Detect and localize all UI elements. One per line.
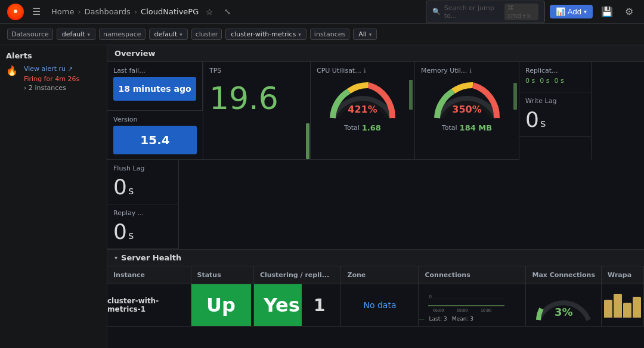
connections-last: Last: 3 xyxy=(429,316,447,322)
memory-total-value: 184 MB xyxy=(460,123,493,132)
instances-value: All xyxy=(358,30,367,38)
instance-name: cluster-with-metrics-1 xyxy=(107,297,159,313)
overview-section-header: Overview xyxy=(107,45,644,62)
dashboard-content: Overview Last fail... 18 minutes ago Ver… xyxy=(107,45,644,348)
svg-text:0: 0 xyxy=(429,294,432,299)
col-clustering: Clustering / repli... xyxy=(253,266,341,284)
replay-lag-card: Replay ... 0 s xyxy=(107,204,179,249)
cpu-info-icon[interactable]: ℹ xyxy=(364,67,366,74)
wraparound-bars xyxy=(602,290,643,320)
cluster-label: cluster xyxy=(191,29,222,40)
memory-total: Total 184 MB xyxy=(442,123,492,132)
breadcrumb: Home › Dashboards › CloudNativePG ☆ ⤡ xyxy=(51,6,421,18)
cpu-card: CPU Utilisat... ℹ 421% xyxy=(311,62,415,160)
wrap-bar-4 xyxy=(633,297,641,318)
write-lag-card: Write Lag 0 s xyxy=(519,92,591,137)
add-chevron-icon: ▾ xyxy=(584,8,587,15)
wrap-bar-3 xyxy=(623,303,631,318)
breadcrumb-dashboards[interactable]: Dashboards xyxy=(85,7,131,16)
svg-point-1 xyxy=(14,10,17,13)
svg-text:08:00: 08:00 xyxy=(457,308,467,313)
col-status: Status xyxy=(191,266,253,284)
last-fail-card: Last fail... 18 minutes ago xyxy=(107,62,203,111)
add-button[interactable]: 📊 Add ▾ xyxy=(550,5,593,18)
last-fail-value: 18 minutes ago xyxy=(113,77,196,101)
instances-chevron-icon: ▾ xyxy=(369,32,372,38)
wraparound-cell xyxy=(602,284,644,327)
zone-cell: No data xyxy=(341,284,419,327)
max-connections-gauge: 3% xyxy=(534,287,593,323)
memory-title: Memory Util... ℹ xyxy=(421,67,513,74)
status-cell: Up xyxy=(191,284,253,327)
filterbar: Datasource default ▾ namespace default ▾… xyxy=(0,24,644,45)
datasource-select[interactable]: default ▾ xyxy=(57,29,95,40)
last-fail-title: Last fail... xyxy=(113,67,196,74)
tps-value: 19.6 xyxy=(209,77,278,120)
cluster-select[interactable]: cluster-with-metrics ▾ xyxy=(225,29,306,40)
share-button[interactable]: ⤡ xyxy=(221,6,234,17)
cpu-title: CPU Utilisat... ℹ xyxy=(317,67,408,74)
cpu-total-value: 1.68 xyxy=(362,123,381,132)
hamburger-button[interactable]: ☰ xyxy=(29,5,44,18)
col-max-connections: Max Connections xyxy=(526,266,602,284)
search-bar[interactable]: 🔍 Search or jump to... ⌘ cmd+k xyxy=(426,1,545,23)
tps-title: TPS xyxy=(209,67,221,74)
settings-button[interactable]: ⚙ xyxy=(621,5,637,18)
svg-text:06:00: 06:00 xyxy=(433,308,444,313)
alert-firing-text: Firing for 4m 26s xyxy=(24,75,79,83)
col-wraparound: Wrapa xyxy=(602,266,644,284)
alert-item: 🔥 View alert ru ↗ Firing for 4m 26s 2 in… xyxy=(6,65,101,92)
save-button[interactable]: 💾 xyxy=(597,5,617,18)
grafana-logo xyxy=(7,4,24,20)
replay-lag-unit: s xyxy=(128,229,134,241)
write-lag-title: Write Lag xyxy=(525,97,585,105)
repl-val-3: 0 s xyxy=(554,77,564,85)
svg-rect-6 xyxy=(513,83,517,110)
connections-cell: 0 06:00 08:00 10:00 — Last: 3 Mean: 3 xyxy=(419,284,526,327)
datasource-chevron-icon: ▾ xyxy=(88,32,91,38)
replay-lag-title: Replay ... xyxy=(113,209,172,217)
write-lag-unit: s xyxy=(540,117,546,129)
connections-mean: Mean: 3 xyxy=(452,316,473,322)
memory-info-icon[interactable]: ℹ xyxy=(469,67,472,74)
cluster-number: 1 xyxy=(302,286,337,325)
replication-values: 0 s 0 s 0 s xyxy=(525,77,585,85)
clustering-cell: Yes 1 xyxy=(253,284,341,327)
cpu-total: Total 1.68 xyxy=(344,123,381,132)
replication-card: Replicat... 0 s 0 s 0 s xyxy=(519,62,591,92)
collapse-icon[interactable]: ▾ xyxy=(114,254,117,261)
repl-val-2: 0 s xyxy=(540,77,549,85)
server-health-title: Server Health xyxy=(121,253,181,262)
external-link-icon: ↗ xyxy=(68,66,73,72)
alert-instances-text[interactable]: 2 instances xyxy=(24,84,79,92)
col-instance: Instance xyxy=(107,266,191,284)
cluster-value: cluster-with-metrics xyxy=(231,30,296,38)
wrap-bar-2 xyxy=(614,294,622,318)
col-zone: Zone xyxy=(341,266,419,284)
keyboard-shortcut: ⌘ cmd+k xyxy=(504,4,538,20)
alert-link[interactable]: View alert ru ↗ xyxy=(24,65,79,73)
namespace-select[interactable]: default ▾ xyxy=(149,29,188,40)
svg-text:421%: 421% xyxy=(348,104,377,115)
clustering-yes-value: Yes xyxy=(254,284,302,326)
instances-select[interactable]: All ▾ xyxy=(353,29,377,40)
star-button[interactable]: ☆ xyxy=(202,6,217,18)
add-label: Add xyxy=(568,7,581,16)
replication-title: Replicat... xyxy=(525,67,585,74)
breadcrumb-home[interactable]: Home xyxy=(51,7,74,16)
health-table: Instance Status Clustering / repli... Zo… xyxy=(107,266,644,327)
alerts-title: Alerts xyxy=(6,51,101,60)
server-health-header: ▾ Server Health xyxy=(107,250,644,266)
svg-rect-4 xyxy=(409,80,413,110)
flush-lag-title: Flush Lag xyxy=(113,164,172,172)
instances-label: instances xyxy=(310,29,349,40)
topbar: ☰ Home › Dashboards › CloudNativePG ☆ ⤡ … xyxy=(0,0,644,24)
flush-lag-card: Flush Lag 0 s xyxy=(107,160,179,204)
svg-rect-2 xyxy=(306,123,309,159)
search-placeholder: Search or jump to... xyxy=(444,4,501,20)
tps-card: TPS 19.6 xyxy=(203,62,311,160)
memory-card: Memory Util... ℹ 350% Total 184 MB xyxy=(415,62,519,160)
col-connections: Connections xyxy=(419,266,526,284)
version-card: Version 15.4 xyxy=(107,111,203,160)
cpu-sparkline xyxy=(408,74,413,110)
